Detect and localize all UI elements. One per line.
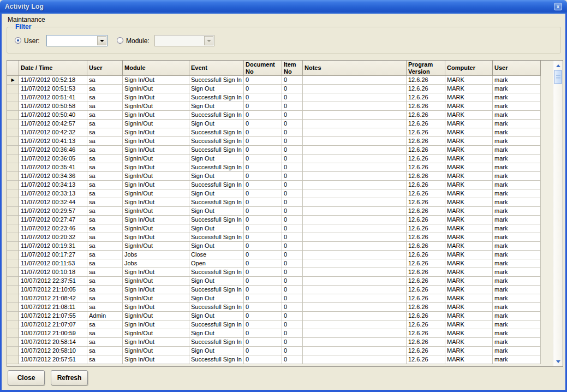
table-row[interactable]: 11/07/2012 00:34:36saSignIn/OutSign Out0… [7, 172, 553, 181]
row-selector-cell[interactable] [7, 137, 19, 146]
table-row[interactable]: 11/07/2012 00:50:58saSignIn/OutSign Out0… [7, 102, 553, 111]
table-row[interactable]: 11/07/2012 00:20:32saSign In/OutSuccessf… [7, 233, 553, 242]
close-icon[interactable]: x [554, 3, 562, 10]
cell-datetime: 11/07/2012 00:42:32 [19, 128, 87, 137]
cell-user2: mark [493, 286, 541, 294]
table-row[interactable]: 11/07/2012 00:42:32saSign In/OutSuccessf… [7, 128, 553, 137]
row-selector-cell[interactable] [7, 338, 19, 347]
row-selector-cell[interactable] [7, 224, 19, 233]
row-selector-cell[interactable]: ▶ [7, 76, 19, 85]
row-selector-cell[interactable] [7, 355, 19, 364]
refresh-button[interactable]: Refresh [51, 370, 88, 385]
row-selector-cell[interactable] [7, 303, 19, 312]
cell-event: Successfull Sign In [189, 216, 244, 224]
user-filter-combobox[interactable] [46, 35, 108, 46]
table-row[interactable]: 11/07/2012 00:51:53saSignIn/OutSign Out0… [7, 85, 553, 93]
table-row[interactable]: 11/07/2012 00:10:18saSign In/OutSuccessf… [7, 268, 553, 277]
table-row[interactable]: 10/07/2012 20:57:51saSign In/OutSuccessf… [7, 355, 553, 364]
table-row[interactable]: 11/07/2012 00:35:41saSign In/OutSuccessf… [7, 163, 553, 172]
table-row[interactable]: 11/07/2012 00:27:47saSign In/OutSuccessf… [7, 216, 553, 224]
cell-document_no: 0 [244, 93, 282, 102]
row-selector-cell[interactable] [7, 207, 19, 216]
table-row[interactable]: 11/07/2012 00:33:13saSignIn/OutSign Out0… [7, 189, 553, 198]
table-row[interactable]: 11/07/2012 00:11:53saJobsOpen0012.6.26MA… [7, 259, 553, 268]
table-row[interactable]: 11/07/2012 00:29:57saSignIn/OutSign Out0… [7, 207, 553, 216]
scroll-down-button[interactable] [554, 357, 562, 366]
row-selector-cell[interactable] [7, 146, 19, 155]
table-row[interactable]: 11/07/2012 00:17:27saJobsClose0012.6.26M… [7, 251, 553, 259]
column-header-user[interactable]: User [87, 61, 123, 76]
vertical-scrollbar[interactable] [553, 61, 563, 366]
table-row[interactable]: 11/07/2012 00:36:05saSignIn/OutSign Out0… [7, 155, 553, 163]
row-selector-cell[interactable] [7, 93, 19, 102]
row-selector-cell[interactable] [7, 329, 19, 338]
row-selector-cell[interactable] [7, 259, 19, 268]
row-selector-cell[interactable] [7, 233, 19, 242]
row-selector-header[interactable] [7, 61, 19, 76]
row-selector-cell[interactable] [7, 163, 19, 172]
table-row[interactable]: 11/07/2012 00:32:44saSign In/OutSuccessf… [7, 198, 553, 207]
row-selector-cell[interactable] [7, 181, 19, 189]
row-selector-cell[interactable] [7, 111, 19, 120]
column-header-document_no[interactable]: Document No [244, 61, 282, 76]
table-row[interactable]: 10/07/2012 20:58:14saSign In/OutSuccessf… [7, 338, 553, 347]
cell-computer: MARK [445, 85, 493, 93]
column-header-computer[interactable]: Computer [445, 61, 493, 76]
cell-item_no: 0 [282, 93, 303, 102]
table-row[interactable]: 10/07/2012 22:37:51saSignIn/OutSign Out0… [7, 277, 553, 286]
table-row[interactable]: 11/07/2012 00:19:31saSignIn/OutSign Out0… [7, 242, 553, 251]
row-selector-cell[interactable] [7, 172, 19, 181]
table-row[interactable]: 11/07/2012 00:34:13saSign In/OutSuccessf… [7, 181, 553, 189]
row-selector-cell[interactable] [7, 102, 19, 111]
row-selector-cell[interactable] [7, 85, 19, 93]
table-row[interactable]: 11/07/2012 00:51:41saSign In/OutSuccessf… [7, 93, 553, 102]
table-row[interactable]: 10/07/2012 21:08:42saSignIn/OutSign Out0… [7, 294, 553, 303]
column-header-event[interactable]: Event [189, 61, 244, 76]
table-row[interactable]: 11/07/2012 00:23:46saSignIn/OutSign Out0… [7, 224, 553, 233]
row-selector-cell[interactable] [7, 120, 19, 128]
column-header-module[interactable]: Module [123, 61, 189, 76]
table-row[interactable]: 10/07/2012 21:07:55AdminSignIn/OutSign O… [7, 312, 553, 320]
cell-notes [303, 172, 407, 181]
row-selector-cell[interactable] [7, 189, 19, 198]
row-selector-cell[interactable] [7, 198, 19, 207]
column-header-program_version[interactable]: Program Version [407, 61, 445, 76]
row-selector-cell[interactable] [7, 216, 19, 224]
scroll-up-button[interactable] [554, 61, 562, 70]
row-selector-cell[interactable] [7, 251, 19, 259]
table-row[interactable]: 10/07/2012 21:07:07saSign In/OutSuccessf… [7, 320, 553, 329]
row-selector-cell[interactable] [7, 128, 19, 137]
row-selector-cell[interactable] [7, 242, 19, 251]
table-row[interactable]: 11/07/2012 00:42:57saSignIn/OutSign Out0… [7, 120, 553, 128]
cell-notes [303, 111, 407, 120]
column-header-notes[interactable]: Notes [303, 61, 407, 76]
row-selector-cell[interactable] [7, 347, 19, 355]
row-selector-cell[interactable] [7, 277, 19, 286]
close-button[interactable]: Close [8, 370, 45, 385]
user-radio[interactable] [15, 37, 21, 44]
table-row[interactable]: 11/07/2012 00:50:40saSign In/OutSuccessf… [7, 111, 553, 120]
row-selector-cell[interactable] [7, 312, 19, 320]
row-selector-cell[interactable] [7, 155, 19, 163]
cell-datetime: 10/07/2012 20:58:10 [19, 347, 87, 355]
row-selector-cell[interactable] [7, 320, 19, 329]
cell-datetime: 11/07/2012 00:33:13 [19, 189, 87, 198]
row-selector-cell[interactable] [7, 268, 19, 277]
column-header-item_no[interactable]: Item No [282, 61, 303, 76]
table-row[interactable]: 10/07/2012 21:10:05saSign In/OutSuccessf… [7, 286, 553, 294]
row-selector-cell[interactable] [7, 286, 19, 294]
column-header-user2[interactable]: User [493, 61, 541, 76]
table-row[interactable]: 11/07/2012 00:41:13saSign In/OutSuccessf… [7, 137, 553, 146]
table-row[interactable]: 10/07/2012 20:58:10saSignIn/OutSign Out0… [7, 347, 553, 355]
table-row[interactable]: ▶11/07/2012 00:52:18saSign In/OutSuccess… [7, 76, 553, 85]
column-header-datetime[interactable]: Date / Time [19, 61, 87, 76]
user-combo-dropdown-button[interactable] [97, 36, 106, 45]
row-selector-cell[interactable] [7, 294, 19, 303]
module-radio[interactable] [117, 37, 123, 44]
table-row[interactable]: 10/07/2012 21:00:59saSignIn/OutSign Out0… [7, 329, 553, 338]
table-row[interactable]: 10/07/2012 21:08:11saSign In/OutSuccessf… [7, 303, 553, 312]
scrollbar-thumb[interactable] [554, 70, 562, 84]
cell-datetime: 11/07/2012 00:29:57 [19, 207, 87, 216]
table-row[interactable]: 11/07/2012 00:36:46saSign In/OutSuccessf… [7, 146, 553, 155]
title-bar[interactable]: Activity Log x [0, 0, 567, 14]
